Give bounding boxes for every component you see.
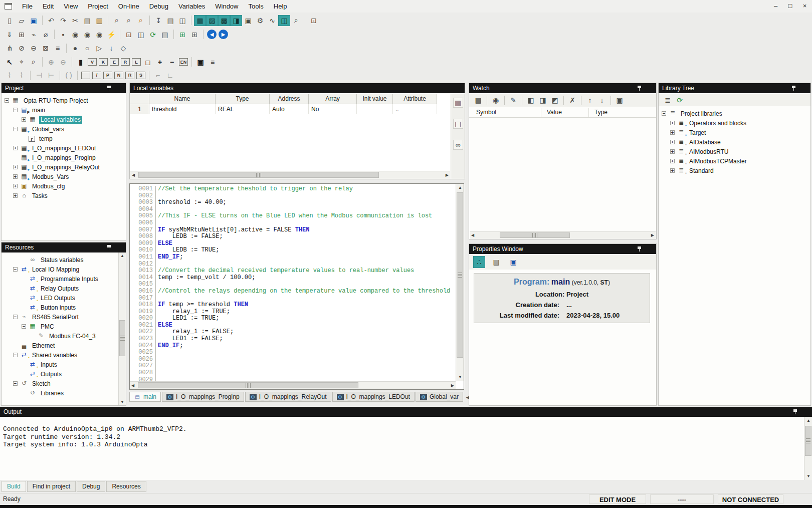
tree-item-aimodbusrtu[interactable]: +≣▪AIModbusRTU (659, 147, 810, 156)
record-icon[interactable]: ● (69, 43, 81, 54)
block-variable-icon[interactable]: V (88, 58, 97, 66)
editor-hscrollbar[interactable]: ◀ ▶ (130, 381, 456, 389)
new-grid-icon[interactable]: ⊞ (176, 29, 188, 40)
box-empty-icon[interactable] (81, 72, 90, 79)
menu-variables[interactable]: Variables (173, 2, 210, 11)
toggle-oscilloscope-window-icon[interactable]: ∿ (266, 15, 278, 26)
tree-item-shared-variables[interactable]: −⇄▪Shared variables (2, 350, 118, 360)
tree-item-modbus-cfg[interactable]: +▣Modbus_cfg (2, 181, 126, 191)
editor-tab-main[interactable]: ▤main (129, 392, 161, 402)
watch-block-icon[interactable]: ▣ (194, 57, 207, 68)
import-vars-icon[interactable]: ≡ (52, 43, 64, 54)
pin-icon[interactable] (107, 244, 112, 250)
menu-window[interactable]: Window (210, 2, 243, 11)
box-n-icon[interactable]: N (114, 72, 123, 79)
contact-open-icon[interactable]: ⊣ (33, 70, 45, 81)
st-code-editor[interactable]: 0001//Set the temperature theshold to tr… (129, 183, 464, 390)
tree-item-ethernet[interactable]: ▄Ethernet (2, 341, 118, 350)
collapse-icon[interactable]: − (13, 267, 18, 272)
column-header-attribute[interactable]: Attribute (393, 94, 437, 104)
editor-tab-i-o-mappings-ledout[interactable]: ⚙I_O_mappings_LEDOut (332, 392, 415, 402)
toggle-properties-window-icon[interactable]: ▨ (206, 15, 218, 26)
collapse-icon[interactable]: − (13, 108, 18, 112)
code-line[interactable]: 0029 (130, 377, 455, 381)
tree-item-pmc[interactable]: −▦PMC (2, 322, 118, 331)
column-header-type[interactable]: Type (216, 94, 270, 104)
disconnect-icon[interactable]: ⌀ (40, 29, 52, 40)
code-line[interactable]: 0026 (130, 356, 455, 363)
copy-icon[interactable]: ▤ (81, 15, 93, 26)
redo-icon[interactable]: ↷ (57, 15, 69, 26)
parentheses-icon[interactable]: ( ) (63, 70, 75, 81)
scroll-right-icon[interactable]: ▶ (451, 383, 454, 388)
collapse-icon[interactable]: − (13, 353, 18, 357)
tree-item-inputs[interactable]: ⇄▪Inputs (2, 360, 118, 369)
save-project-icon[interactable]: ▣ (28, 15, 40, 26)
code-line[interactable]: 0012 (130, 261, 455, 268)
expand-icon[interactable]: + (13, 146, 18, 150)
new-block-icon[interactable]: ▮ (75, 57, 87, 68)
scroll-up-icon[interactable]: ▲ (120, 253, 124, 258)
expand-icon[interactable]: + (13, 165, 18, 169)
scrollbar-thumb[interactable] (119, 320, 125, 356)
expand-icon[interactable]: + (670, 159, 675, 163)
tree-item-modbus-vars[interactable]: +▦●Modbus_Vars (2, 172, 126, 181)
code-line[interactable]: 0007IF sysMbMRtuNetList[0].active = FALS… (130, 227, 455, 234)
column-header-array[interactable]: Array (309, 94, 357, 104)
remove-grid-icon[interactable]: ⊠ (40, 43, 52, 54)
expand-icon[interactable]: + (670, 168, 675, 173)
watch-column-value[interactable]: Value (547, 107, 562, 118)
find-in-project-icon[interactable]: ⌕ (135, 15, 147, 26)
remove-pin-icon[interactable]: − (166, 57, 178, 68)
menu-tools[interactable]: Tools (244, 2, 269, 11)
watch-column-symbol[interactable]: Symbol (476, 107, 496, 118)
toggle-library-window-icon[interactable]: ▩ (218, 15, 230, 26)
toggle-options-window-icon[interactable]: ⚙ (254, 15, 266, 26)
box-s-icon[interactable]: S (136, 72, 145, 79)
collapse-icon[interactable]: − (22, 324, 26, 329)
cell-address[interactable]: Auto (270, 104, 309, 114)
scrollbar-thumb[interactable] (457, 192, 463, 358)
tree-item-aidatabase[interactable]: +≣▪AIDatabase (659, 137, 810, 147)
cell-array[interactable]: No (309, 104, 357, 114)
bottom-tab-build[interactable]: Build (2, 481, 26, 492)
expand-icon[interactable]: + (13, 184, 18, 188)
en-eno-icon[interactable]: EN (179, 58, 188, 66)
coil-icon[interactable]: ⌇ (4, 70, 16, 81)
import-object-icon[interactable]: ↧ (152, 15, 164, 26)
quick-compile-icon[interactable]: ⚡ (105, 29, 117, 40)
zoom-in-icon[interactable]: ⊕ (45, 57, 57, 68)
zoom-icon[interactable]: ⌕ (28, 57, 40, 68)
scroll-down-icon[interactable]: ▼ (806, 474, 810, 478)
code-line[interactable]: 0016//Control the relays depending on th… (130, 288, 455, 295)
paste-icon[interactable]: ▥ (93, 15, 105, 26)
box-r-icon[interactable]: R (125, 72, 134, 79)
scrollbar-thumb[interactable] (500, 232, 570, 238)
live-debug-icon[interactable]: ⟳ (147, 29, 159, 40)
menu-project[interactable]: Project (83, 2, 113, 11)
cut-icon[interactable]: ✂ (69, 15, 81, 26)
toggle-output-window-icon[interactable]: ▣ (242, 15, 254, 26)
branch-up-icon[interactable]: ∟ (164, 70, 176, 81)
add-pin-icon[interactable]: + (154, 57, 166, 68)
cell-type[interactable]: REAL (216, 104, 270, 114)
output-log[interactable]: Connected to ArduinoOpta_1p0 on ARMThumb… (0, 417, 803, 480)
watch-column-type[interactable]: Type (594, 107, 607, 118)
tree-item-temp[interactable]: rtemp (2, 134, 126, 143)
device-view-icon[interactable]: ⊡ (123, 29, 135, 40)
open-watch-list-icon[interactable]: ◧ (525, 95, 537, 106)
tree-item-tasks[interactable]: +⌂Tasks (2, 191, 126, 200)
io-status-icon[interactable]: ▤ (159, 29, 171, 40)
toggle-watch-window-icon[interactable]: ◨ (230, 15, 242, 26)
search-variables-icon[interactable]: ∞ (453, 140, 463, 150)
tree-item-main[interactable]: −▤Pmain (2, 105, 126, 115)
navigate-forward-icon[interactable]: ▶ (219, 30, 228, 39)
expand-icon[interactable]: + (670, 130, 675, 135)
detach-target-icon[interactable]: ⊖ (28, 43, 40, 54)
editor-vscrollbar[interactable]: ▲ ▼ (456, 184, 464, 381)
cell-attribute[interactable]: .. (393, 104, 437, 114)
open-project-icon[interactable]: ▱ (16, 15, 28, 26)
select-cursor-icon[interactable]: ↖ (4, 57, 16, 68)
scroll-left-icon[interactable]: ◀ (131, 383, 134, 388)
local-variables-hscrollbar[interactable]: ◀ ▶ (130, 171, 450, 179)
